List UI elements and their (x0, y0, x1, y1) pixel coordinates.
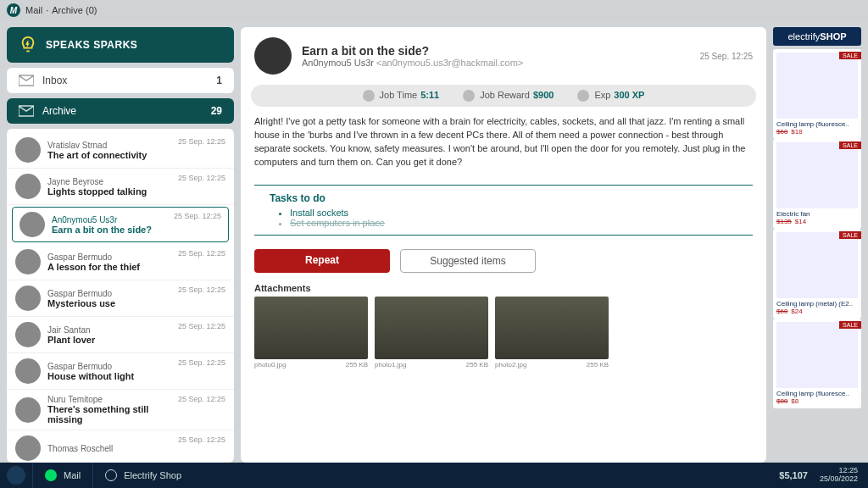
product-image (776, 53, 858, 119)
sale-tag: SALE (839, 321, 861, 329)
message-from: An0nymou5 Us3r <an0nymou5.us3r@hackmail.… (302, 58, 523, 68)
lightbulb-icon (19, 36, 37, 54)
mail-time: 25 Sep. 12:25 (178, 322, 225, 330)
titlebar: M Mail · Archive (0) (0, 0, 868, 20)
mail-subject: A lesson for the thief (47, 262, 178, 272)
mail-row[interactable]: Nuru TemitopeThere's something still mis… (7, 390, 234, 430)
mail-row[interactable]: Gaspar BermudoHouse without light25 Sep.… (7, 353, 234, 390)
product-price: $60$24 (776, 308, 858, 315)
avatar (19, 212, 45, 237)
titlebar-crumb: Archive (0) (52, 5, 97, 15)
attachment-thumb[interactable]: photo1.jpg255 KB (375, 297, 488, 369)
mail-row[interactable]: Vratislav StrnadThe art of connectivity2… (7, 132, 234, 169)
avatar (15, 435, 41, 461)
mail-row[interactable]: Jayne BeyroseLights stopped talking25 Se… (7, 169, 234, 205)
folder-count: 1 (216, 75, 222, 86)
shop-item[interactable]: SALECeiling lamp (fluoresce..$80$8 (773, 319, 861, 408)
money-display: $5,107 (779, 470, 808, 480)
sale-tag: SALE (839, 52, 861, 59)
mail-time: 25 Sep. 12:25 (178, 174, 225, 182)
attachment-image (495, 297, 609, 359)
mail-icon (19, 75, 34, 86)
exp-icon (577, 90, 589, 102)
shop-item[interactable]: SALEElectric fan$135$14 (773, 139, 861, 229)
mail-time: 25 Sep. 12:25 (174, 212, 221, 220)
mail-list[interactable]: Vratislav StrnadThe art of connectivity2… (7, 129, 234, 463)
mail-from: Thomas Roschell (47, 444, 178, 453)
task-item: Install sockets (290, 208, 737, 218)
brand-label: SPEAKS SPARKS (46, 39, 137, 51)
task-item: Set computers in place (290, 218, 737, 228)
avatar (15, 286, 41, 311)
start-button[interactable] (7, 466, 25, 485)
tasks-title: Tasks to do (270, 192, 737, 204)
clock-display: 12:2525/09/2022 (820, 467, 858, 484)
sale-tag: SALE (839, 141, 861, 149)
mail-subject: Earn a bit on the side? (52, 225, 174, 235)
shop-panel: electrifySHOP SALECeiling lamp (fluoresc… (773, 27, 861, 463)
mail-row[interactable]: An0nymou5 Us3rEarn a bit on the side?25 … (12, 207, 229, 242)
mail-subject: Lights stopped talking (47, 186, 178, 197)
shop-item[interactable]: SALECeiling lamp (fluoresce..$60$18 (773, 49, 861, 139)
avatar (15, 174, 41, 199)
attachment-name: photo0.jpg (254, 361, 286, 369)
avatar (15, 358, 41, 384)
folder-label: Inbox (42, 75, 67, 86)
taskbar-item-mail[interactable]: Mail (32, 463, 92, 488)
attachment-size: 255 KB (587, 361, 609, 369)
mail-subject: Mysterious use (47, 298, 178, 308)
product-image (776, 232, 858, 298)
attachment-size: 255 KB (466, 361, 488, 369)
attachment-size: 255 KB (346, 361, 368, 369)
message-subject: Earn a bit on the side? (302, 44, 523, 58)
attachment-thumb[interactable]: photo2.jpg255 KB (495, 297, 609, 369)
product-name: Electric fan (776, 210, 858, 218)
product-image (776, 142, 858, 208)
avatar (254, 37, 292, 75)
mail-row[interactable]: Gaspar BermudoMysterious use25 Sep. 12:2… (7, 280, 234, 317)
attachments-section: Attachments photo0.jpg255 KBphoto1.jpg25… (241, 280, 766, 377)
product-price: $80$8 (776, 397, 858, 405)
taskbar-item-shop[interactable]: Electrify Shop (92, 463, 193, 488)
product-name: Ceiling lamp (fluoresce.. (776, 120, 858, 128)
attachment-thumb[interactable]: photo0.jpg255 KB (254, 297, 368, 369)
tasks-block: Tasks to do Install socketsSet computers… (254, 185, 753, 236)
folder-inbox[interactable]: Inbox 1 (7, 68, 234, 93)
mail-app-icon (45, 469, 57, 481)
reward-icon (463, 90, 475, 102)
titlebar-app: Mail (25, 5, 42, 15)
shop-logo[interactable]: electrifySHOP (773, 27, 861, 46)
mail-from: Gaspar Bermudo (47, 362, 178, 371)
avatar (15, 322, 41, 347)
avatar (15, 397, 41, 423)
sale-tag: SALE (839, 231, 861, 239)
mail-row[interactable]: Gaspar BermudoA lesson for the thief25 S… (7, 244, 234, 280)
suggested-items-button[interactable]: Suggested items (400, 249, 536, 273)
message-time: 25 Sep. 12:25 (700, 52, 753, 61)
attachment-image (375, 297, 488, 359)
mail-from: Gaspar Bermudo (47, 252, 178, 262)
sidebar: SPEAKS SPARKS Inbox 1 Archive 29 Vratisl… (7, 27, 234, 463)
repeat-button[interactable]: Repeat (254, 249, 390, 273)
attachment-name: photo1.jpg (375, 361, 406, 369)
mail-from: Vratislav Strnad (47, 141, 178, 150)
message-body: Alright! I've got a petty task for someo… (241, 107, 766, 178)
mail-from: Gaspar Bermudo (47, 289, 178, 298)
mail-from: Nuru Temitope (47, 395, 178, 404)
shop-item[interactable]: SALECeiling lamp (metal) (E2..$60$24 (773, 229, 861, 319)
product-price: $135$14 (776, 218, 858, 225)
mail-from: An0nymou5 Us3r (52, 215, 174, 225)
mail-from: Jair Santan (47, 325, 178, 335)
mail-row[interactable]: Thomas Roschell25 Sep. 12:25 (7, 430, 234, 463)
mail-time: 25 Sep. 12:25 (178, 395, 225, 403)
mail-time: 25 Sep. 12:25 (178, 249, 225, 258)
mail-time: 25 Sep. 12:25 (178, 435, 225, 444)
folder-count: 29 (211, 105, 222, 117)
folder-archive[interactable]: Archive 29 (7, 98, 234, 124)
mail-from: Jayne Beyrose (47, 177, 178, 186)
mail-time: 25 Sep. 12:25 (178, 358, 225, 367)
taskbar: Mail Electrify Shop $5,107 12:2525/09/20… (0, 463, 868, 488)
mail-row[interactable]: Jair SantanPlant lover25 Sep. 12:25 (7, 317, 234, 353)
mail-icon (19, 105, 34, 117)
product-name: Ceiling lamp (fluoresce.. (776, 390, 858, 397)
